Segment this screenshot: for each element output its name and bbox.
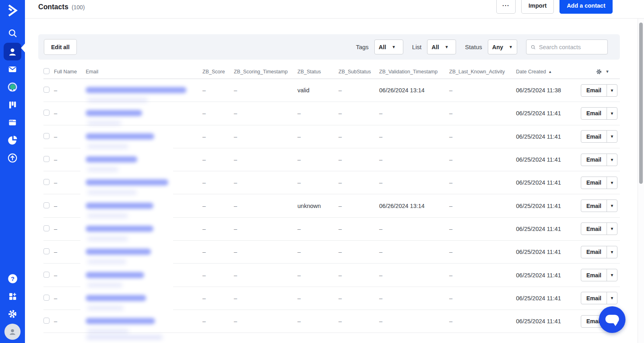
- column-header-zb-score[interactable]: ZB_Score: [202, 69, 234, 75]
- email-action-button[interactable]: Email: [581, 269, 607, 281]
- cell-zb-substatus: –: [339, 110, 379, 116]
- cell-zb-status: –: [297, 133, 339, 140]
- row-checkbox[interactable]: [43, 202, 50, 208]
- sidebar: ?: [0, 0, 25, 343]
- import-button[interactable]: Import: [521, 0, 554, 14]
- email-action-dropdown[interactable]: ▼: [607, 177, 617, 189]
- sidebar-item-deals[interactable]: [0, 96, 25, 114]
- column-header-email[interactable]: Email: [86, 69, 202, 75]
- more-options-button[interactable]: ···: [496, 0, 516, 14]
- email-action-button[interactable]: Email: [581, 200, 607, 212]
- cell-date-created: 06/25/2024 11:41: [516, 179, 569, 186]
- email-split-button: Email▼: [581, 222, 617, 235]
- cell-date-created: 06/25/2024 11:41: [516, 110, 569, 116]
- sidebar-item-settings[interactable]: [0, 305, 25, 323]
- column-header-zb-last-known-activity[interactable]: ZB_Last_Known_Activity: [449, 69, 516, 75]
- tags-filter-label: Tags: [356, 44, 369, 50]
- email-link-redacted[interactable]: [86, 318, 155, 324]
- row-checkbox[interactable]: [43, 133, 50, 139]
- sidebar-item-contacts[interactable]: [4, 43, 21, 60]
- tags-filter-select[interactable]: All ▼: [374, 39, 403, 54]
- email-action-button[interactable]: Email: [581, 154, 607, 166]
- table-row: –––––––06/25/2024 11:41Email▼: [43, 241, 620, 264]
- sidebar-item-website[interactable]: [0, 114, 25, 131]
- email-action-dropdown[interactable]: ▼: [607, 108, 617, 119]
- email-link-redacted[interactable]: [86, 203, 153, 209]
- svg-text:?: ?: [11, 276, 14, 282]
- sidebar-item-account[interactable]: [0, 323, 25, 341]
- email-link-redacted[interactable]: [86, 133, 154, 139]
- row-checkbox[interactable]: [43, 87, 50, 93]
- redacted-text-ghost: [87, 237, 128, 241]
- email-link-redacted[interactable]: [86, 226, 153, 232]
- app-logo-icon[interactable]: [0, 0, 25, 21]
- row-checkbox[interactable]: [43, 179, 50, 185]
- email-action-button[interactable]: Email: [581, 246, 607, 258]
- sidebar-item-reports[interactable]: [0, 131, 25, 149]
- row-checkbox[interactable]: [43, 225, 50, 231]
- email-action-dropdown[interactable]: ▼: [607, 85, 617, 96]
- select-all-checkbox[interactable]: [43, 68, 50, 74]
- row-checkbox[interactable]: [43, 318, 50, 324]
- column-header-zb-validation-timestamp[interactable]: ZB_Validation_Timestamp: [379, 69, 449, 75]
- row-checkbox[interactable]: [43, 248, 50, 254]
- sidebar-item-apps[interactable]: [0, 287, 25, 305]
- email-action-dropdown[interactable]: ▼: [607, 223, 617, 235]
- email-link-redacted[interactable]: [86, 87, 186, 93]
- cell-email: [86, 79, 202, 102]
- page-header: Contacts (100) ··· Import Add a contact: [25, 0, 644, 19]
- column-header-zb-substatus[interactable]: ZB_SubStatus: [339, 69, 379, 75]
- sidebar-item-campaigns[interactable]: [0, 60, 25, 78]
- table-row: –––––––06/25/2024 11:41Email▼: [43, 148, 620, 171]
- chat-widget-button[interactable]: [599, 306, 625, 333]
- email-link-redacted[interactable]: [86, 249, 151, 255]
- column-settings-gear-icon[interactable]: [596, 69, 602, 75]
- search-contacts-input[interactable]: [539, 44, 603, 50]
- column-header-zb-status[interactable]: ZB_Status: [297, 69, 339, 75]
- column-header-full-name[interactable]: Full Name: [54, 69, 86, 75]
- cell-zb-validation-timestamp: –: [379, 110, 449, 116]
- sidebar-item-conversations[interactable]: [0, 78, 25, 96]
- email-link-redacted[interactable]: [86, 110, 142, 116]
- add-contact-button[interactable]: Add a contact: [559, 0, 613, 14]
- email-action-dropdown[interactable]: ▼: [607, 200, 617, 212]
- column-header-date-created[interactable]: Date Created ▲: [516, 69, 569, 75]
- email-link-redacted[interactable]: [86, 295, 146, 301]
- sidebar-item-help[interactable]: ?: [0, 270, 25, 287]
- email-action-dropdown[interactable]: ▼: [607, 246, 617, 258]
- email-action-button[interactable]: Email: [581, 131, 607, 142]
- chevron-down-icon: ▼: [509, 45, 513, 49]
- active-item-notch: [21, 44, 25, 52]
- row-checkbox[interactable]: [43, 156, 50, 162]
- email-action-button[interactable]: Email: [581, 177, 607, 189]
- chevron-down-icon[interactable]: ▼: [605, 69, 609, 74]
- status-filter-select[interactable]: Any ▼: [488, 39, 517, 54]
- row-checkbox[interactable]: [43, 110, 50, 116]
- list-filter-label: List: [412, 44, 421, 50]
- row-checkbox[interactable]: [43, 272, 50, 278]
- list-filter-select[interactable]: All ▼: [427, 39, 456, 54]
- edit-all-button[interactable]: Edit all: [44, 39, 77, 55]
- scrollbar-thumb[interactable]: [639, 23, 643, 184]
- search-nav-icon[interactable]: [0, 24, 25, 42]
- sidebar-item-upgrade[interactable]: [0, 149, 25, 167]
- email-action-button[interactable]: Email: [581, 85, 607, 96]
- email-action-dropdown[interactable]: ▼: [607, 131, 617, 142]
- cell-zb-last-known-activity: –: [449, 295, 516, 301]
- cell-zb-last-known-activity: –: [449, 133, 516, 140]
- email-action-button[interactable]: Email: [581, 108, 607, 119]
- email-link-redacted[interactable]: [86, 179, 168, 185]
- email-action-dropdown[interactable]: ▼: [607, 292, 617, 304]
- email-action-dropdown[interactable]: ▼: [607, 269, 617, 281]
- email-link-redacted[interactable]: [86, 272, 144, 278]
- row-checkbox[interactable]: [43, 295, 50, 301]
- email-link-redacted[interactable]: [86, 156, 137, 162]
- email-action-button[interactable]: Email: [581, 223, 607, 235]
- cell-actions: Email▼: [569, 292, 620, 304]
- cell-date-created: 06/25/2024 11:41: [516, 249, 569, 255]
- status-filter-label: Status: [465, 44, 482, 50]
- table-row: –––valid–06/26/2024 13:14–06/25/2024 11:…: [43, 79, 620, 102]
- column-header-zb-scoring-timestamp[interactable]: ZB_Scoring_Timestamp: [234, 69, 297, 75]
- email-action-button[interactable]: Email: [581, 292, 607, 304]
- email-action-dropdown[interactable]: ▼: [607, 154, 617, 166]
